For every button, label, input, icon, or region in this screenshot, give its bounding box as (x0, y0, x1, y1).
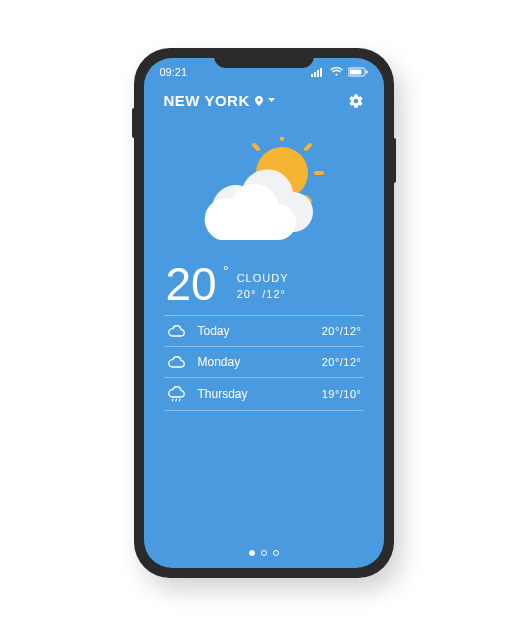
settings-gear-icon[interactable] (348, 93, 364, 109)
header: NEW YORK (144, 82, 384, 115)
notch (214, 48, 314, 68)
current-temp: 20 ° (166, 261, 217, 307)
forecast-day: Thursday (198, 387, 310, 401)
current-meta: CLOUDY 20°/12° (225, 271, 289, 307)
forecast-row[interactable]: Monday 20°/12° (164, 346, 364, 377)
forecast-row[interactable]: Thursday 19°/10° (164, 377, 364, 411)
phone-frame: 09:21 (134, 48, 394, 578)
svg-line-14 (175, 399, 176, 401)
battery-icon (348, 67, 368, 77)
app-screen: 09:21 (144, 58, 384, 568)
forecast-high: 19° (322, 388, 340, 400)
page-indicator[interactable] (144, 536, 384, 568)
wifi-icon (330, 67, 343, 77)
forecast-row[interactable]: Today 20°/12° (164, 315, 364, 346)
page-dot-active[interactable] (249, 550, 255, 556)
clock: 09:21 (160, 66, 188, 78)
cloud-icon (166, 355, 186, 369)
svg-line-10 (306, 145, 310, 149)
cloud-icon (166, 324, 186, 338)
signal-icon (311, 67, 325, 77)
degree-symbol: ° (223, 264, 229, 278)
svg-rect-5 (349, 70, 361, 75)
forecast-low: /10° (340, 388, 362, 400)
svg-line-15 (179, 399, 180, 401)
partly-cloudy-icon (194, 137, 334, 247)
current-low: /12° (262, 287, 286, 302)
svg-line-13 (172, 399, 173, 401)
forecast-low: /12° (340, 356, 362, 368)
current-conditions: 20 ° CLOUDY 20°/12° (144, 261, 384, 315)
rain-cloud-icon (166, 386, 186, 402)
hero-weather-icon (144, 115, 384, 261)
forecast-day: Today (198, 324, 310, 338)
forecast-low: /12° (340, 325, 362, 337)
forecast-high: 20° (322, 325, 340, 337)
location-selector[interactable]: NEW YORK (164, 92, 275, 109)
city-name: NEW YORK (164, 92, 250, 109)
svg-rect-2 (317, 70, 319, 77)
svg-rect-3 (320, 68, 322, 77)
current-high: 20° (237, 287, 257, 302)
page-dot[interactable] (273, 550, 279, 556)
temp-value: 20 (166, 258, 217, 310)
svg-rect-0 (311, 74, 313, 77)
forecast-list: Today 20°/12° Monday 20°/12° Thursday 19… (144, 315, 384, 411)
condition-label: CLOUDY (237, 271, 289, 286)
chevron-down-icon (268, 98, 275, 103)
forecast-high: 20° (322, 356, 340, 368)
status-icons (311, 67, 368, 77)
svg-rect-6 (366, 71, 368, 74)
svg-line-12 (254, 145, 258, 149)
location-pin-icon (255, 96, 263, 106)
svg-rect-1 (314, 72, 316, 77)
page-dot[interactable] (261, 550, 267, 556)
forecast-day: Monday (198, 355, 310, 369)
